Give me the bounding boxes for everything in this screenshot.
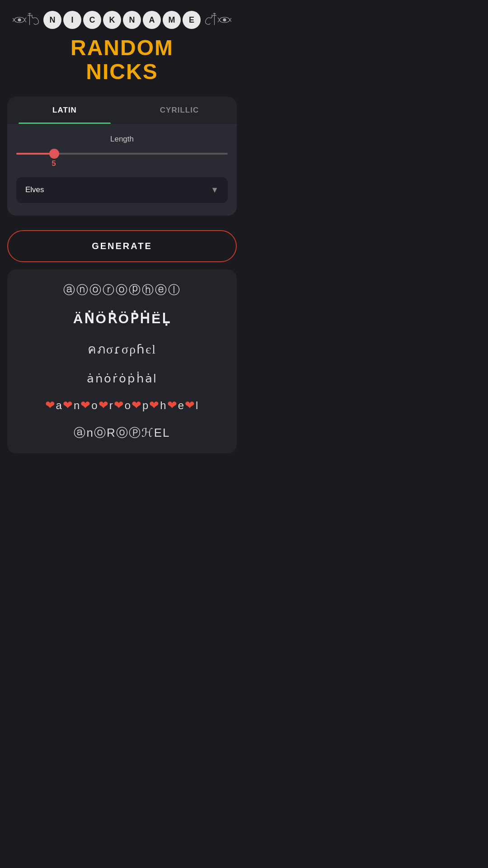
badge-k: K: [103, 11, 121, 29]
slider-value: 5: [52, 159, 228, 168]
length-slider[interactable]: [16, 153, 228, 155]
heart-icon-3: ❤: [99, 398, 109, 412]
length-label: Length: [16, 135, 228, 144]
slider-fill: [16, 153, 54, 155]
result-fancy-caps[interactable]: ÄṄÖṘÖṖḢËḶ: [14, 311, 230, 326]
svg-line-12: [230, 18, 231, 20]
result-heart-char-5: p: [142, 399, 149, 411]
heart-icon-4: ❤: [114, 398, 125, 412]
slider-thumb: [49, 149, 59, 159]
result-heart-char-6: h: [160, 399, 167, 411]
nickname-badge-row: N I C K N A M E: [43, 11, 201, 29]
badge-n2: N: [123, 11, 141, 29]
result-heart-char-8: l: [196, 399, 199, 411]
result-diacritic[interactable]: ȧṅȯṙȯṗḣȧl: [14, 372, 230, 386]
badge-n: N: [43, 11, 61, 29]
heart-icon-6: ❤: [149, 398, 160, 412]
app-header: N I C K N A M E: [0, 0, 244, 33]
result-heart-char-3: r: [109, 399, 114, 411]
result-heart-char-0: a: [56, 399, 63, 411]
generate-button[interactable]: GENERATE: [7, 230, 237, 262]
dropdown-arrow-icon: ▼: [211, 185, 219, 195]
tab-latin[interactable]: LATIN: [7, 97, 122, 124]
heart-icon-8: ❤: [185, 398, 196, 412]
svg-line-5: [24, 20, 26, 22]
result-hearts[interactable]: ❤a❤n❤o❤r❤o❤p❤h❤e❤l: [14, 398, 230, 412]
result-ancient[interactable]: คภσɾσρɦєl: [14, 339, 230, 359]
badge-c: C: [83, 11, 101, 29]
svg-line-13: [230, 20, 231, 22]
svg-line-14: [218, 18, 220, 20]
badge-e: E: [183, 11, 201, 29]
svg-line-2: [13, 18, 14, 20]
heart-icon-5: ❤: [131, 398, 142, 412]
results-card: ⓐⓝⓞⓡⓞⓟⓗⓔⓛ ÄṄÖṘÖṖḢËḶ คภσɾσρɦєl ȧṅȯṙȯṗḣȧl …: [7, 269, 237, 453]
result-heart-char-2: o: [91, 399, 98, 411]
generate-section: GENERATE: [0, 223, 244, 269]
settings-panel: Length 5 Elves ▼: [7, 124, 237, 216]
main-settings-card: LATIN CYRILLIC Length 5 Elves ▼: [7, 97, 237, 216]
result-circled[interactable]: ⓐⓝⓞⓡⓞⓟⓗⓔⓛ: [14, 282, 230, 298]
heart-icon-0: ❤: [45, 398, 56, 412]
svg-point-11: [223, 19, 226, 21]
badge-i: I: [63, 11, 81, 29]
heart-icon-2: ❤: [80, 398, 91, 412]
result-heart-char-7: e: [178, 399, 185, 411]
svg-line-3: [13, 20, 14, 22]
right-decoration-icon: [204, 11, 231, 29]
svg-line-4: [24, 18, 26, 20]
heart-icon-1: ❤: [63, 398, 74, 412]
result-heart-char-4: o: [125, 399, 131, 411]
tab-cyrillic[interactable]: CYRILLIC: [122, 97, 237, 124]
heart-icon-7: ❤: [167, 398, 178, 412]
slider-track: [16, 153, 228, 155]
title-block: RANDOM NICKS: [0, 33, 244, 97]
badge-a: A: [143, 11, 161, 29]
result-mixed-symbols[interactable]: ⓐnⓞRⓞⓅℋEL: [14, 425, 230, 441]
badge-m: M: [163, 11, 181, 29]
dropdown-selected-value: Elves: [25, 185, 44, 194]
result-heart-char-1: n: [74, 399, 80, 411]
page-title: RANDOM NICKS: [0, 36, 244, 84]
svg-line-15: [218, 20, 220, 22]
svg-point-1: [18, 19, 21, 21]
category-dropdown[interactable]: Elves ▼: [16, 177, 228, 203]
left-decoration-icon: [13, 11, 40, 29]
tab-bar: LATIN CYRILLIC: [7, 97, 237, 124]
